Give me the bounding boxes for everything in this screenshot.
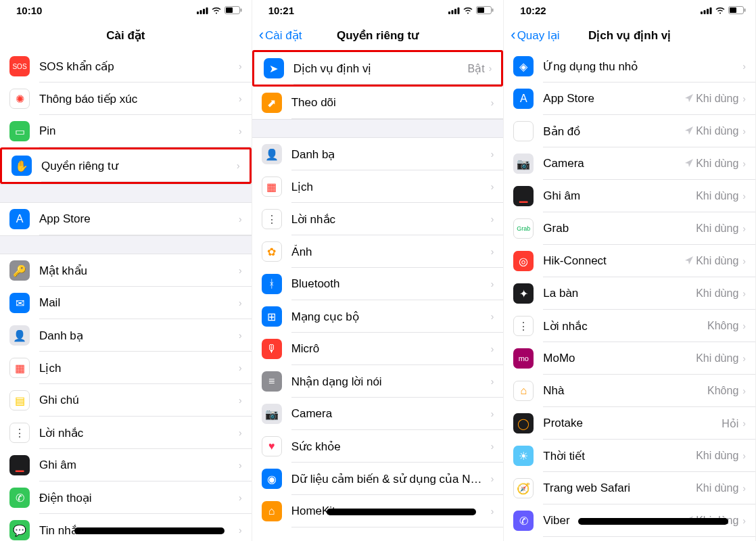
chevron-right-icon: › (491, 279, 494, 289)
settings-row[interactable]: ⋮Lời nhắc› (252, 203, 504, 235)
settings-row[interactable]: ◯ProtakeHỏi› (504, 407, 755, 440)
settings-row[interactable]: ◉Dữ liệu cảm biến & sử dụng của N…› (252, 463, 504, 495)
row-label: App Store (39, 212, 239, 226)
row-detail: Bật (468, 62, 485, 75)
weather-icon: ☀ (513, 446, 534, 466)
settings-row[interactable]: ᚼBluetooth› (252, 268, 504, 300)
settings-row[interactable]: ⌂HomeKit› (252, 495, 504, 527)
settings-row[interactable]: 🧭Trang web SafariKhi dùng› (504, 472, 755, 504)
wifi-icon (211, 5, 222, 16)
row-label: Lời nhắc (39, 426, 239, 440)
settings-list[interactable]: SOSSOS khẩn cấp›✺Thông báo tiếp xúc›▭Pin… (0, 50, 252, 541)
settings-row[interactable]: 🗺Bản đồKhi dùng› (504, 115, 755, 147)
row-label: Thời tiết (543, 449, 696, 463)
settings-row[interactable]: AApp Store› (0, 203, 252, 235)
sensor-icon: ◉ (262, 469, 282, 489)
row-detail: Khi dùng (696, 352, 738, 364)
back-button[interactable]: ‹ Cài đặt (259, 28, 302, 43)
settings-row[interactable]: ▁Ghi âm› (0, 449, 252, 481)
row-detail: Khi dùng (696, 222, 738, 235)
settings-row[interactable]: 👤Danh bạ› (252, 138, 504, 170)
settings-row[interactable]: ✆ViberKhi dùng› (504, 504, 755, 537)
status-time: 10:21 (268, 5, 294, 16)
settings-row[interactable]: GrabGrabKhi dùng› (504, 212, 755, 245)
appstore-icon: A (9, 209, 30, 229)
nav-bar: ‹ Cài đặt Quyền riêng tư (252, 20, 504, 50)
settings-row[interactable]: 📷CameraKhi dùng› (504, 147, 755, 180)
svg-rect-5 (226, 7, 233, 13)
settings-row[interactable]: ◈Ứng dụng thu nhỏ› (504, 50, 755, 83)
settings-row[interactable]: ☀Thời tiếtKhi dùng› (504, 440, 755, 472)
status-bar: 10:21 (252, 0, 504, 20)
mail-icon: ✉ (9, 293, 30, 313)
calendar-icon: ▦ (262, 177, 282, 197)
messages-icon: 💬 (9, 520, 30, 540)
settings-row[interactable]: ✿Ảnh› (252, 235, 504, 268)
settings-row[interactable]: ✦La bànKhi dùng› (504, 277, 755, 310)
settings-row[interactable]: ✉Mail› (0, 287, 252, 319)
settings-row[interactable]: ▦Lịch› (0, 352, 252, 384)
momo-icon: mo (513, 348, 534, 369)
row-detail: Khi dùng (685, 93, 738, 105)
wifi-icon (463, 5, 473, 16)
settings-row[interactable]: ⋮Lời nhắc› (0, 417, 252, 449)
contacts-icon: 👤 (9, 325, 30, 346)
settings-row[interactable]: ▁Ghi âmKhi dùng› (504, 180, 755, 212)
chevron-right-icon: › (742, 256, 746, 266)
chevron-right-icon: › (239, 126, 242, 137)
settings-row[interactable]: ≡Nhận dạng lời nói› (252, 365, 504, 398)
row-detail: Khi dùng (696, 482, 738, 494)
signal-icon (197, 5, 208, 16)
row-detail: Khi dùng (696, 190, 738, 202)
chevron-right-icon: › (742, 61, 746, 72)
settings-row[interactable]: ⊞Mạng cục bộ› (252, 300, 504, 333)
chevron-right-icon: › (742, 353, 746, 364)
chevron-right-icon: › (742, 515, 746, 526)
settings-row[interactable]: 📷Camera› (252, 398, 504, 430)
protake-icon: ◯ (513, 413, 534, 433)
back-button[interactable]: ‹ Quay lại (511, 28, 559, 43)
row-label: Protake (543, 417, 722, 430)
chevron-right-icon: › (239, 214, 242, 225)
tracking-icon: ⬈ (262, 93, 282, 113)
appstore-icon: A (513, 89, 534, 109)
settings-row[interactable]: ♥Sức khỏe› (252, 430, 504, 463)
settings-row[interactable]: ▭Pin› (0, 115, 252, 147)
location-list[interactable]: ◈Ứng dụng thu nhỏ›AApp StoreKhi dùng›🗺Bả… (504, 50, 755, 541)
settings-row[interactable]: ◎Hik-ConnectKhi dùng› (504, 245, 755, 277)
row-label: Bluetooth (291, 277, 491, 291)
settings-row[interactable]: ✋Quyền riêng tư› (2, 149, 250, 182)
settings-row[interactable]: ➤Dịch vụ định vịBật› (254, 52, 502, 85)
settings-row[interactable]: ⌂NhàKhông› (504, 375, 755, 407)
settings-row[interactable]: ▤Ghi chú› (0, 384, 252, 417)
settings-row[interactable]: 🔑Mật khẩu› (0, 254, 252, 287)
battery-icon: ▭ (9, 121, 30, 141)
safari-icon: 🧭 (513, 478, 534, 498)
row-label: Camera (291, 407, 491, 421)
location-icon: ➤ (264, 58, 284, 78)
svg-rect-6 (240, 8, 241, 11)
settings-row[interactable]: ▦Lịch› (252, 170, 504, 203)
settings-row[interactable]: ⬈Theo dõi› (252, 87, 504, 119)
svg-rect-8 (452, 10, 454, 14)
settings-row[interactable]: ⋮Lời nhắcKhông› (504, 310, 755, 342)
sos-icon: SOS (9, 56, 30, 76)
settings-row[interactable]: AApp StoreKhi dùng› (504, 83, 755, 115)
chevron-right-icon: › (491, 408, 494, 419)
chevron-right-icon: › (239, 525, 242, 536)
row-detail: Khi dùng (696, 450, 738, 462)
settings-row[interactable]: moMoMoKhi dùng› (504, 342, 755, 375)
signal-icon (448, 5, 460, 16)
settings-row[interactable]: 🎙Micrô› (252, 333, 504, 365)
settings-row[interactable]: SOSSOS khẩn cấp› (0, 50, 252, 83)
settings-row[interactable]: ✺Thông báo tiếp xúc› (0, 83, 252, 115)
row-label: Bản đồ (543, 124, 685, 139)
redaction-bar (327, 509, 477, 515)
privacy-list[interactable]: ➤Dịch vụ định vịBật›⬈Theo dõi›👤Danh bạ›▦… (252, 50, 504, 541)
row-label: App Store (543, 92, 685, 105)
settings-row[interactable]: ✆Điện thoại› (0, 481, 252, 514)
chevron-right-icon: › (742, 321, 746, 331)
settings-row[interactable]: 💬Tin nhắn› (0, 514, 252, 541)
row-label: MoMo (543, 352, 696, 365)
settings-row[interactable]: 👤Danh bạ› (0, 319, 252, 352)
